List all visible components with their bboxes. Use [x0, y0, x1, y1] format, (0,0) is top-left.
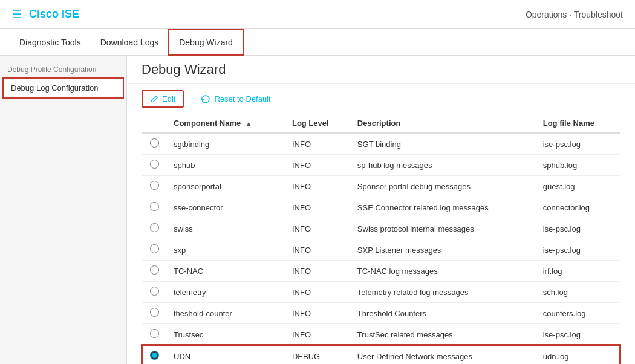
row-radio[interactable] [150, 351, 159, 360]
main-layout: Debug Profile Configuration Debug Log Co… [0, 56, 635, 364]
edit-button[interactable]: Edit [142, 90, 184, 108]
sidebar: Debug Profile Configuration Debug Log Co… [0, 56, 127, 364]
row-log-level: INFO [285, 218, 350, 239]
logo-cisco: Cisco [29, 8, 62, 20]
table-row: sphubINFOsp-hub log messagessphub.log [142, 155, 620, 176]
row-select-cell[interactable] [142, 261, 166, 282]
col-logfile: Log file Name [536, 114, 620, 133]
tab-bar: Diagnostic Tools Download Logs Debug Wiz… [0, 29, 635, 56]
row-log-level: INFO [285, 324, 350, 346]
row-component-name: swiss [166, 218, 285, 239]
row-radio[interactable] [150, 244, 159, 253]
menu-icon[interactable]: ☰ [12, 8, 22, 21]
row-select-cell[interactable] [142, 303, 166, 324]
table-row: TC-NACINFOTC-NAC log messagesirf.log [142, 261, 620, 282]
row-logfile-name: udn.log [536, 345, 620, 364]
row-component-name: sphub [166, 155, 285, 176]
tab-debug-wizard[interactable]: Debug Wizard [168, 29, 244, 56]
reset-label: Reset to Default [214, 94, 270, 103]
row-component-name: sponsorportal [166, 176, 285, 197]
tab-diagnostic-tools[interactable]: Diagnostic Tools [10, 29, 91, 56]
row-logfile-name: counters.log [536, 303, 620, 324]
row-description: SXP Listener messages [350, 239, 536, 261]
row-logfile-name: sch.log [536, 282, 620, 303]
edit-icon [150, 95, 158, 103]
component-table: Component Name ▲ Log Level Description L… [142, 114, 620, 364]
page-title: Debug Wizard [127, 56, 635, 84]
col-component: Component Name ▲ [166, 114, 285, 133]
toolbar: Edit Reset to Default [127, 84, 635, 114]
row-component-name: theshold-counter [166, 303, 285, 324]
row-select-cell[interactable] [142, 155, 166, 176]
table-row: TrustsecINFOTrustSec related messagesise… [142, 324, 620, 346]
row-radio[interactable] [150, 329, 159, 338]
col-loglevel: Log Level [285, 114, 350, 133]
table-row: sponsorportalINFOSponsor portal debug me… [142, 176, 620, 197]
row-radio[interactable] [150, 138, 159, 148]
row-description: User Defined Network messages [350, 345, 536, 364]
sidebar-item-debug-log-config[interactable]: Debug Log Configuration [2, 77, 124, 99]
row-log-level: INFO [285, 133, 350, 155]
component-table-wrap: Component Name ▲ Log Level Description L… [127, 114, 635, 364]
table-row: sgtbindingINFOSGT bindingise-psc.log [142, 133, 620, 155]
row-description: SGT binding [350, 133, 536, 155]
table-row: swissINFOSwiss protocol internal message… [142, 218, 620, 239]
row-description: TrustSec related messages [350, 324, 536, 346]
row-description: Telemetry related log messages [350, 282, 536, 303]
row-component-name: telemetry [166, 282, 285, 303]
row-description: Swiss protocol internal messages [350, 218, 536, 239]
row-select-cell[interactable] [142, 133, 166, 155]
row-logfile-name: sphub.log [536, 155, 620, 176]
table-row: theshold-counterINFOThreshold Countersco… [142, 303, 620, 324]
row-select-cell[interactable] [142, 218, 166, 239]
row-description: Threshold Counters [350, 303, 536, 324]
row-component-name: sxp [166, 239, 285, 261]
row-component-name: sgtbinding [166, 133, 285, 155]
row-log-level: INFO [285, 282, 350, 303]
row-radio[interactable] [150, 265, 159, 275]
table-row: sxpINFOSXP Listener messagesise-psc.log [142, 239, 620, 261]
row-radio[interactable] [150, 202, 159, 211]
sort-arrow-icon[interactable]: ▲ [246, 120, 252, 127]
row-description: SSE Connector related log messages [350, 197, 536, 218]
edit-label: Edit [162, 94, 175, 103]
content-area: Debug Wizard Edit Reset to Default [127, 56, 635, 364]
row-logfile-name: ise-psc.log [536, 133, 620, 155]
row-radio[interactable] [150, 308, 159, 317]
row-log-level: INFO [285, 155, 350, 176]
row-description: Sponsor portal debug messages [350, 176, 536, 197]
row-select-cell[interactable] [142, 176, 166, 197]
row-select-cell[interactable] [142, 282, 166, 303]
row-radio[interactable] [150, 287, 159, 296]
row-log-level: INFO [285, 197, 350, 218]
row-component-name: Trustsec [166, 324, 285, 346]
row-description: sp-hub log messages [350, 155, 536, 176]
row-select-cell[interactable] [142, 197, 166, 218]
app-header: ☰ Cisco ISE Operations · Troubleshoot [0, 0, 635, 29]
row-radio[interactable] [150, 181, 159, 190]
row-component-name: TC-NAC [166, 261, 285, 282]
tab-download-logs[interactable]: Download Logs [91, 29, 169, 56]
row-component-name: sse-connector [166, 197, 285, 218]
row-logfile-name: ise-psc.log [536, 239, 620, 261]
row-radio[interactable] [150, 223, 159, 232]
row-select-cell[interactable] [142, 324, 166, 346]
row-select-cell[interactable] [142, 345, 166, 364]
row-select-cell[interactable] [142, 239, 166, 261]
row-log-level: DEBUG [285, 345, 350, 364]
row-logfile-name: ise-psc.log [536, 218, 620, 239]
logo-ise: ISE [62, 8, 79, 20]
row-logfile-name: guest.log [536, 176, 620, 197]
table-row: UDNDEBUGUser Defined Network messagesudn… [142, 345, 620, 364]
sidebar-section-label: Debug Profile Configuration [0, 63, 126, 77]
table-row: telemetryINFOTelemetry related log messa… [142, 282, 620, 303]
row-log-level: INFO [285, 261, 350, 282]
row-log-level: INFO [285, 239, 350, 261]
app-logo: Cisco ISE [29, 8, 79, 21]
reset-icon [201, 94, 210, 104]
row-log-level: INFO [285, 176, 350, 197]
reset-button[interactable]: Reset to Default [194, 91, 278, 107]
row-radio[interactable] [150, 160, 159, 169]
row-logfile-name: irf.log [536, 261, 620, 282]
row-component-name: UDN [166, 345, 285, 364]
